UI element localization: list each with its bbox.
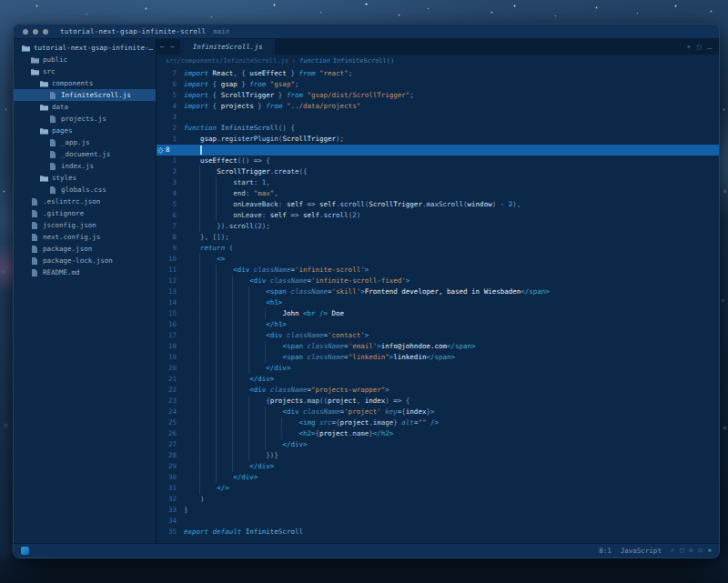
- tree-item-components[interactable]: components: [14, 77, 156, 89]
- code-line[interactable]: 30 </div>: [157, 472, 719, 483]
- code-line[interactable]: 6 onLeave: self => self.scroll(2): [157, 210, 719, 221]
- tree-item-globals-css[interactable]: globals.css: [14, 184, 156, 196]
- code-token: ((: [319, 397, 328, 405]
- code-line[interactable]: 33}: [157, 505, 719, 516]
- tree-item-pages[interactable]: pages: [14, 125, 156, 136]
- split-editor-icon[interactable]: □: [697, 44, 702, 51]
- breadcrumb-symbol-name[interactable]: InfiniteScroll(): [333, 57, 394, 65]
- code-line[interactable]: 22 <div className="projects-wrapper">: [157, 385, 719, 396]
- code-line[interactable]: 2function InfiniteScroll() {: [157, 123, 719, 134]
- code-line[interactable]: 25 <img src={project.image} alt="" />: [157, 417, 719, 428]
- nav-forward-icon[interactable]: →: [170, 44, 175, 51]
- language-mode[interactable]: JavaScript: [621, 547, 662, 555]
- tree-item-src[interactable]: src: [14, 65, 156, 77]
- code-line[interactable]: 7import React, { useEffect } from "react…: [157, 68, 719, 79]
- code-line[interactable]: 5 onLeaveBack: self => self.scroll(Scrol…: [157, 199, 719, 210]
- code-line[interactable]: 8: [157, 145, 719, 156]
- code-area[interactable]: 7import React, { useEffect } from "react…: [157, 66, 719, 543]
- tree-item-tutorial-next-gsap-infinite-scroll[interactable]: tutorial-next-gsap-infinite-scroll: [14, 42, 156, 54]
- code-line[interactable]: 1 useEffect(() => {: [157, 156, 719, 166]
- breadcrumb-path[interactable]: src/components/InfiniteScroll.js: [166, 57, 288, 65]
- more-actions-icon[interactable]: …: [707, 44, 712, 51]
- tree-item--document-js[interactable]: _document.js: [14, 148, 156, 160]
- code-line[interactable]: 23 {projects.map((project, index) => {: [157, 396, 719, 407]
- code-line[interactable]: 14 <h1>: [157, 297, 719, 308]
- add-tab-icon[interactable]: +: [686, 44, 691, 51]
- code-line[interactable]: 15 John <br /> Doe: [157, 308, 719, 319]
- code-line[interactable]: 28 })}: [157, 450, 719, 461]
- code-line[interactable]: 32 ): [157, 494, 719, 505]
- cursor-position[interactable]: 8:1: [599, 547, 612, 555]
- code-line[interactable]: 27 </div>: [157, 439, 719, 450]
- zoom-button[interactable]: [43, 29, 48, 35]
- code-token: ScrollTrigger: [369, 200, 422, 208]
- code-token: [184, 473, 233, 481]
- code-line[interactable]: 3 start: 1,: [157, 177, 719, 188]
- code-line[interactable]: 9 return (: [157, 243, 719, 254]
- tree-item-data[interactable]: data: [14, 101, 156, 113]
- minimize-button[interactable]: [33, 29, 38, 35]
- line-number: 14: [165, 297, 184, 308]
- line-number: 21: [165, 374, 184, 385]
- tree-item-jsconfig-json[interactable]: jsconfig.json: [14, 219, 156, 231]
- tree-item-index-js[interactable]: index.js: [14, 160, 156, 172]
- code-line[interactable]: 35export default InfiniteScroll: [157, 527, 719, 538]
- sync-icon[interactable]: ○: [699, 548, 703, 554]
- prettier-check-icon[interactable]: ✓: [671, 548, 674, 554]
- tree-item--eslintrc-json[interactable]: .eslintrc.json: [14, 196, 156, 207]
- code-line[interactable]: 21 </div>: [157, 374, 719, 385]
- settings-icon[interactable]: ▪: [708, 548, 712, 554]
- notifications-icon[interactable]: ◇: [689, 548, 693, 554]
- code-line[interactable]: 4import { projects } from "../data/proje…: [157, 101, 719, 112]
- code-line[interactable]: 10 <>: [157, 254, 719, 265]
- line-number: 18: [165, 341, 184, 352]
- tree-item--app-js[interactable]: _app.js: [14, 136, 156, 148]
- breadcrumb-symbol-keyword[interactable]: function: [299, 57, 330, 65]
- code-line[interactable]: 1 gsap.registerPlugin(ScrollTrigger);: [157, 134, 719, 145]
- tree-item-projects-js[interactable]: projects.js: [14, 113, 156, 125]
- tree-item-styles[interactable]: styles: [14, 172, 156, 184]
- tree-item-label: _document.js: [61, 150, 110, 158]
- tab-infinitescroll[interactable]: InfiniteScroll.js: [180, 39, 276, 55]
- code-line[interactable]: 34: [157, 516, 719, 527]
- sign-column: [157, 439, 165, 450]
- code-line[interactable]: 16 </h1>: [157, 319, 719, 330]
- line-number: 8: [165, 145, 184, 156]
- code-line[interactable]: 3: [157, 112, 719, 123]
- code-token: 'email': [349, 342, 378, 350]
- code-line[interactable]: 2 ScrollTrigger.create({: [157, 166, 719, 177]
- app-indicator-icon[interactable]: [21, 547, 29, 555]
- sign-column: [157, 101, 165, 112]
- tree-item-package-json[interactable]: package.json: [14, 243, 156, 255]
- tree-item--gitignore[interactable]: .gitignore: [14, 207, 156, 219]
- code-line[interactable]: 19 <span className="linkedin">linkedin</…: [157, 352, 719, 363]
- code-line[interactable]: 18 <span className='email'>info@johndoe.…: [157, 341, 719, 352]
- code-line[interactable]: 12 <div className='infinite-scroll-fixed…: [157, 276, 719, 286]
- nav-back-icon[interactable]: ←: [160, 44, 165, 51]
- code-line[interactable]: 13 <span className='skill'>Frontend deve…: [157, 286, 719, 297]
- code-line[interactable]: 31 </>: [157, 483, 719, 494]
- code-line[interactable]: 4 end: "max",: [157, 188, 719, 199]
- code-line[interactable]: 24 <div className='project' key={index}>: [157, 407, 719, 417]
- editor-layout-icon[interactable]: □: [680, 548, 683, 554]
- code-line[interactable]: 29 </div>: [157, 461, 719, 472]
- code-token: key: [385, 407, 398, 416]
- code-line[interactable]: 11 <div className='infinite-scroll'>: [157, 265, 719, 276]
- code-token: "max": [254, 189, 275, 197]
- folder-icon: [30, 68, 39, 75]
- code-line[interactable]: 26 <h2>{project.name}</h2>: [157, 428, 719, 439]
- code-line[interactable]: 8 }, []);: [157, 232, 719, 243]
- close-button[interactable]: [23, 29, 28, 35]
- tree-item-infinitescroll-js[interactable]: InfiniteScroll.js: [14, 89, 156, 101]
- tree-item-public[interactable]: public: [14, 54, 156, 65]
- code-line[interactable]: 5import { ScrollTrigger } from "gsap/dis…: [157, 90, 719, 101]
- code-line[interactable]: 20 </div>: [157, 363, 719, 374]
- tree-item-next-config-js[interactable]: next.config.js: [14, 231, 156, 243]
- tree-item-package-lock-json[interactable]: package-lock.json: [14, 255, 156, 266]
- sign-column: [157, 276, 165, 286]
- code-line[interactable]: 7 }).scroll(2);: [157, 221, 719, 232]
- code-action-gear-icon[interactable]: [157, 145, 165, 156]
- code-line[interactable]: 17 <div className='contact'>: [157, 330, 719, 341]
- code-line[interactable]: 6import { gsap } from "gsap";: [157, 79, 719, 90]
- tree-item-readme-md[interactable]: README.md: [14, 266, 156, 278]
